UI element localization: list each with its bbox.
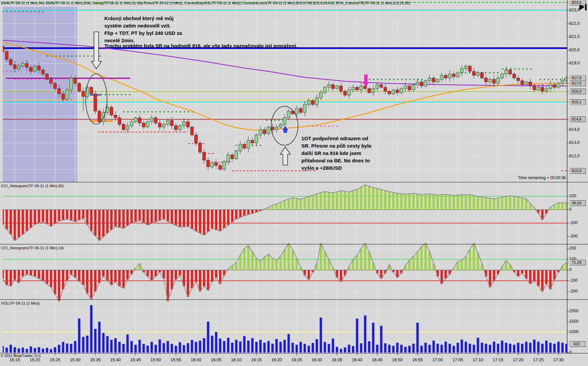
chart-canvas[interactable]	[0, 0, 588, 366]
time-axis-label: 15:45	[130, 358, 141, 362]
time-axis-label: 16:50	[392, 358, 402, 362]
volume-histogram	[2, 305, 568, 353]
time-axis-label: 15:55	[170, 358, 181, 362]
price-axis-label: 0	[569, 350, 572, 355]
annotation-line: další SR na 816 kde jsem	[301, 150, 371, 157]
time-axis-label: 17:10	[473, 358, 483, 362]
time-axis-label: 16:10	[231, 358, 241, 362]
time-axis-label: 15:25	[50, 358, 60, 362]
time-axis-label: 17:20	[513, 358, 523, 362]
price-axis-label: 2000	[569, 309, 579, 313]
annotation-line: Krásný obchod který mě můj	[104, 15, 182, 22]
axis-value-tag: 814,8	[568, 116, 586, 122]
time-axis-label: 17:00	[432, 358, 443, 362]
time-axis-label: 15:30	[70, 358, 80, 362]
price-axis-label: 812,0	[569, 154, 580, 158]
time-axis-label: 16:30	[311, 358, 322, 362]
time-axis-label: 15:40	[110, 358, 120, 362]
annotation-line: Flip + TDT. PT by byl 240 USD za	[104, 30, 182, 37]
price-axis-label: 1000	[569, 329, 579, 334]
annotation-note2: 1OT podpořené odrazem od SR. Přesne na p…	[301, 135, 371, 172]
cci14-panel-label: CCI_Histogram(TF 09-11 (1 Min),14)	[1, 246, 64, 250]
price-axis-label: 0	[569, 207, 572, 212]
axis-value-tag: 817,9	[568, 75, 586, 81]
vol-panel-label: VOL(TF 09-11 (1 Min))	[1, 301, 40, 305]
time-axis-label: 17:30	[553, 358, 564, 362]
time-axis-label: 15:50	[150, 358, 161, 362]
cci50-histogram	[2, 185, 568, 241]
axis-value-tag: 810,9	[568, 168, 586, 174]
time-axis-label: 16:25	[291, 358, 302, 362]
time-axis-label: 15:15	[9, 358, 20, 362]
annotation-line: systém zatím nedovolil vzít.	[104, 22, 182, 30]
time-axis-label: 16:55	[412, 358, 423, 362]
annotation-line: přitahoval na BE. No dnes to	[301, 157, 371, 164]
time-axis-label: 15:20	[30, 358, 40, 362]
annotation-line: SR. Přesne na půli cesty byla	[301, 142, 371, 150]
bar-timer-status: Time remaining = 00:00:36	[518, 175, 566, 180]
time-axis-label: 16:40	[352, 358, 362, 362]
time-axis-label: 16:15	[251, 358, 261, 362]
time-axis-label: 16:35	[332, 358, 342, 362]
price-axis-label: 814,0	[569, 127, 580, 132]
axis-value-tag: 823,6	[568, 0, 586, 5]
time-axis-label: 16:05	[211, 358, 221, 362]
time-axis-label: 16:00	[191, 358, 201, 362]
annotation-note1-footer: Trochu problém byla SR na hodnotě 816, a…	[104, 42, 297, 50]
price-axis-label: 200	[569, 246, 576, 251]
grid-lines	[3, 7, 567, 353]
time-axis-label: 15:35	[90, 358, 100, 362]
time-axis-label: 17:25	[533, 358, 543, 362]
price-axis-label: 100	[569, 194, 576, 198]
ninjatrader-chart-window: { "header": { "indicators": "EMA(TF 09-1…	[0, 0, 588, 366]
axis-value-tag: 422	[568, 341, 586, 347]
price-axis-label: 0	[569, 267, 572, 272]
price-axis-label: -200	[569, 289, 578, 294]
axis-value-tag: 816,1	[568, 99, 586, 105]
axis-value-tag: 817,5	[568, 81, 586, 86]
price-axis-label: 821,0	[569, 34, 580, 39]
indicator-header: EMA(TF 09-11 (1 Min),34), EMA(TF 09-11 (…	[1, 1, 410, 5]
cci50-panel-label: CCI_Histogram(TF 09-11 (1 Min),50)	[1, 184, 64, 188]
cci14-histogram	[2, 243, 568, 301]
axis-value-tag: 71,29	[568, 260, 586, 265]
time-axis-label: 16:45	[372, 358, 382, 362]
time-axis-label: 17:15	[493, 358, 503, 362]
annotation-note1: Krásný obchod který mě můj systém zatím …	[104, 15, 182, 44]
price-axis-label: -100	[569, 278, 578, 283]
annotation-line: vyšlo a +280USD	[301, 164, 371, 172]
time-axis-label: 16:20	[271, 358, 282, 362]
annotation-line: 1OT podpořené odrazem od	[301, 135, 371, 142]
time-axis-label: 17:05	[452, 358, 463, 362]
price-axis-label: 813,0	[569, 140, 580, 145]
price-axis-label: -200	[569, 234, 578, 239]
support-resistance-lines	[3, 2, 567, 119]
price-axis-label: 820,0	[569, 48, 580, 52]
axis-value-tag: 816,9	[568, 89, 586, 94]
price-axis-label: 823,0	[569, 8, 580, 12]
copyright-text: © 2011 NinjaTrader, LLC	[1, 354, 41, 358]
panel-borders	[0, 0, 588, 355]
price-axis-label: 1500	[569, 319, 579, 324]
price-axis-label: -100	[569, 220, 578, 225]
price-axis-label: 822,0	[569, 21, 580, 26]
price-axis-label: 819,0	[569, 61, 580, 65]
axis-value-tag: 49,93	[568, 200, 586, 206]
